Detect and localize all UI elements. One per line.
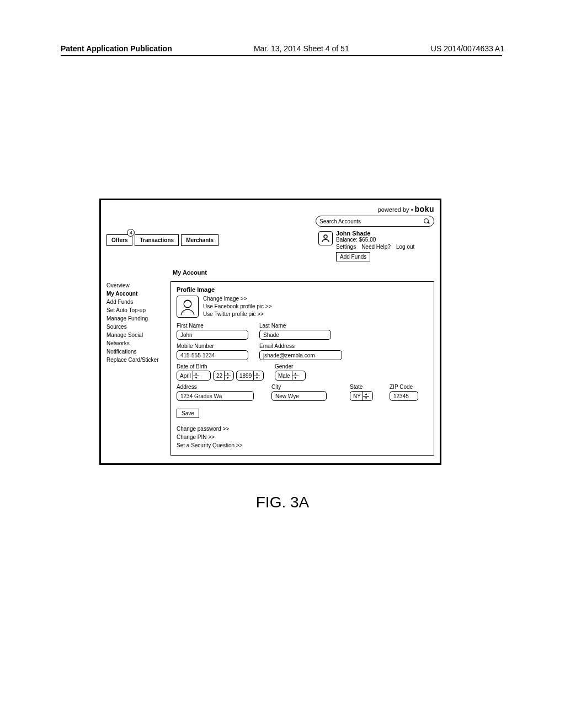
stepper-arrows-icon: ▲▼ <box>224 371 231 380</box>
logout-link[interactable]: Log out <box>396 244 414 250</box>
profile-image-title: Profile Image <box>177 286 428 293</box>
stepper-arrows-icon: ▲▼ <box>193 371 199 380</box>
mobile-label: Mobile Number <box>177 343 248 349</box>
gender-label: Gender <box>275 363 306 370</box>
zip-field[interactable]: 12345 <box>390 391 418 401</box>
address-field[interactable]: 1234 Gradus Wa <box>177 391 254 401</box>
settings-link[interactable]: Settings <box>336 244 356 250</box>
state-label: State <box>350 384 383 390</box>
gender-stepper[interactable]: Male ▲▼ <box>275 371 306 381</box>
address-label: Address <box>177 384 265 390</box>
search-icon <box>423 217 430 225</box>
tab-merchants-label: Merchants <box>186 237 214 243</box>
gender-value: Male <box>278 373 292 379</box>
user-balance: Balance: $65.00 <box>336 237 414 243</box>
dob-month-stepper[interactable]: April ▲▼ <box>177 371 211 381</box>
tab-merchants[interactable]: Merchants <box>181 234 218 246</box>
stepper-arrows-icon: ▲▼ <box>253 371 260 380</box>
search-input[interactable]: Search Accounts <box>316 216 434 227</box>
last-name-label: Last Name <box>259 323 331 329</box>
dob-day-value: 22 <box>216 373 224 379</box>
first-name-field[interactable]: John <box>177 330 248 340</box>
email-label: Email Address <box>259 343 342 349</box>
powered-by-prefix: powered by <box>378 206 409 213</box>
doc-header-center: Mar. 13, 2014 Sheet 4 of 51 <box>254 44 349 53</box>
sidebar: Overview My Account Add Funds Set Auto T… <box>106 281 159 456</box>
sidebar-item-overview[interactable]: Overview <box>106 281 159 290</box>
sidebar-item-notifications[interactable]: Notifications <box>106 347 159 356</box>
mobile-field[interactable]: 415-555-1234 <box>177 350 248 360</box>
state-value: NY <box>353 393 363 399</box>
save-button[interactable]: Save <box>177 409 199 418</box>
dob-label: Date of Birth <box>177 363 264 370</box>
need-help-link[interactable]: Need Help? <box>361 244 391 250</box>
change-pin-link[interactable]: Change PIN >> <box>177 433 428 441</box>
stepper-arrows-icon: ▲▼ <box>363 392 369 400</box>
tab-offers-label: Offers <box>111 237 127 243</box>
security-question-link[interactable]: Set a Security Question >> <box>177 441 428 449</box>
use-facebook-pic-link[interactable]: Use Facebook profile pic >> <box>203 303 272 311</box>
email-field[interactable]: jshade@zembla.com <box>259 350 342 360</box>
offers-badge: 4 <box>127 229 135 237</box>
dob-month-value: April <box>180 373 193 379</box>
search-placeholder: Search Accounts <box>319 218 361 224</box>
figure-caption: FIG. 3A <box>0 494 565 511</box>
doc-header-right: US 2014/0074633 A1 <box>431 44 504 53</box>
sidebar-item-my-account[interactable]: My Account <box>106 290 159 298</box>
sidebar-item-social-networks[interactable]: Manage Social Networks <box>106 331 159 347</box>
city-field[interactable]: New Wye <box>271 391 327 401</box>
state-stepper[interactable]: NY ▲▼ <box>350 391 373 401</box>
user-panel: John Shade Balance: $65.00 Settings Need… <box>318 230 434 261</box>
dob-year-value: 1899 <box>239 373 253 379</box>
doc-header: Patent Application Publication Mar. 13, … <box>0 44 565 53</box>
user-icon <box>321 233 331 243</box>
add-funds-button[interactable]: Add Funds <box>336 252 370 261</box>
sidebar-item-add-funds[interactable]: Add Funds <box>106 298 159 306</box>
change-image-link[interactable]: Change image >> <box>203 295 272 303</box>
portrait-icon <box>178 297 197 316</box>
brand-dot-icon: • <box>411 206 413 213</box>
dob-year-stepper[interactable]: 1899 ▲▼ <box>236 371 264 381</box>
zip-label: ZIP Code <box>390 384 428 390</box>
app-frame: powered by • boku Search Accounts Offers… <box>99 199 441 465</box>
last-name-field[interactable]: Shade <box>259 330 331 340</box>
tab-transactions[interactable]: Transactions <box>135 234 179 246</box>
sidebar-item-auto-topup[interactable]: Set Auto Top-up <box>106 306 159 314</box>
sidebar-item-replace-card[interactable]: Replace Card/Sticker <box>106 356 159 364</box>
doc-header-left: Patent Application Publication <box>61 44 172 53</box>
brand-logo: boku <box>415 205 434 213</box>
first-name-label: First Name <box>177 323 248 329</box>
sidebar-item-funding-sources[interactable]: Manage Funding Sources <box>106 314 159 331</box>
doc-header-rule <box>61 55 502 56</box>
change-password-link[interactable]: Change password >> <box>177 425 428 433</box>
svg-point-0 <box>324 235 327 238</box>
profile-image <box>177 296 199 318</box>
city-label: City <box>271 384 343 390</box>
avatar <box>318 231 333 245</box>
main-panel: Profile Image Change image >> Use Facebo… <box>170 281 434 456</box>
page-title: My Account <box>173 269 434 276</box>
use-twitter-pic-link[interactable]: Use Twitter profile pic >> <box>203 311 272 318</box>
stepper-arrows-icon: ▲▼ <box>292 371 299 380</box>
tab-transactions-label: Transactions <box>140 237 174 243</box>
dob-day-stepper[interactable]: 22 ▲▼ <box>213 371 234 381</box>
powered-by: powered by • boku <box>106 205 434 213</box>
user-name: John Shade <box>336 230 414 237</box>
